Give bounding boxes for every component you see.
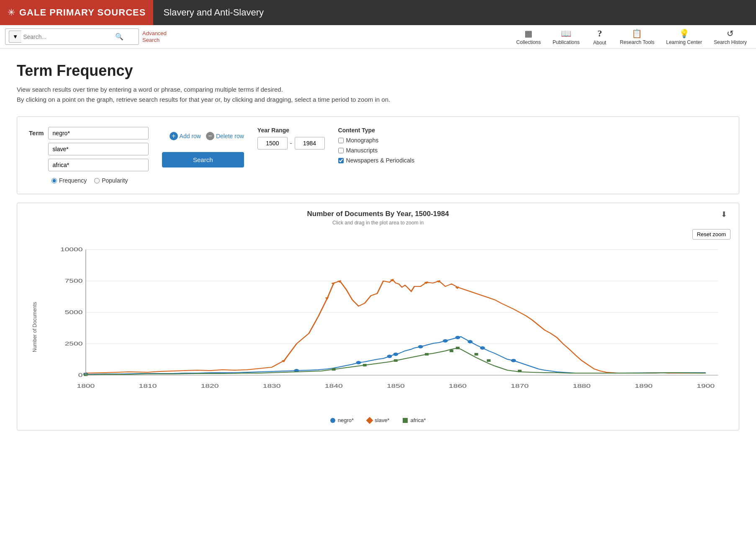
page-desc-1: View search results over time by enterin… [17,85,739,95]
page-title: Term Frequency [17,62,739,80]
svg-point-34 [393,353,398,356]
monographs-checkbox-label[interactable]: Monographs [338,137,414,144]
chart-area[interactable]: 10000 7500 5000 2500 0 1800 1810 1820 18… [49,241,730,400]
search-bar[interactable]: ▼ 🔍 [5,28,139,45]
year-from-input[interactable] [257,137,288,149]
nav-collections-label: Collections [516,39,541,45]
frequency-radio-label[interactable]: Frequency [51,177,87,184]
svg-point-38 [468,340,473,343]
legend-africa: africa* [403,417,426,423]
search-history-icon: ↺ [727,28,734,39]
legend-slave: slave* [367,417,389,423]
advanced-search-label-line2: Search [142,37,167,44]
delete-row-label: Delete row [216,133,244,139]
svg-rect-50 [518,370,522,372]
chart-toolbar: Reset zoom [26,229,730,240]
row-actions: + Add row − Delete row [170,129,244,140]
collection-title: Slavery and Anti-Slavery [163,7,264,18]
legend-africa-label: africa* [410,417,426,423]
row-actions-section: + Add row − Delete row Search [162,127,244,168]
svg-text:1800: 1800 [77,383,95,389]
year-range-section: Year Range - [257,127,325,149]
search-panel: Term Frequency Popularity [17,116,739,194]
search-icon[interactable]: 🔍 [115,33,123,41]
chart-subtitle: Click and drag in the plot area to zoom … [26,220,730,226]
delete-row-button[interactable]: − Delete row [206,132,244,140]
chart-svg: 10000 7500 5000 2500 0 1800 1810 1820 18… [49,241,730,400]
svg-text:1810: 1810 [139,383,157,389]
nav-research-tools-label: Research Tools [620,39,655,45]
term-label: Term [29,127,44,137]
add-row-button[interactable]: + Add row [170,132,201,140]
term-input-3[interactable] [48,159,149,171]
svg-text:1870: 1870 [511,383,529,389]
year-range-inputs: - [257,137,325,149]
legend-africa-square [403,418,408,423]
brand-section: ✳ GALE PRIMARY SOURCES [0,0,153,25]
popularity-radio-label[interactable]: Popularity [94,177,128,184]
radio-row: Frequency Popularity [51,177,149,184]
chart-panel: Number of Documents By Year, 1500-1984 C… [17,203,739,430]
reset-zoom-button[interactable]: Reset zoom [692,229,730,240]
add-row-label: Add row [180,133,201,139]
svg-text:1860: 1860 [449,383,467,389]
svg-point-35 [418,345,423,348]
term-section: Term Frequency Popularity [29,127,149,184]
svg-text:1900: 1900 [697,383,715,389]
advanced-search-link[interactable]: Advanced Search [142,30,167,43]
chart-legend: negro* slave* africa* [26,417,730,423]
newspapers-checkbox-label[interactable]: Newspapers & Periodicals [338,157,414,164]
manuscripts-checkbox-label[interactable]: Manuscripts [338,147,414,154]
manuscripts-checkbox[interactable] [338,148,344,153]
search-dropdown-btn[interactable]: ▼ [9,31,21,43]
newspapers-checkbox[interactable] [338,158,344,163]
newspapers-label: Newspapers & Periodicals [346,157,414,164]
delete-icon: − [206,132,214,140]
svg-rect-49 [487,359,491,362]
svg-point-32 [356,361,361,364]
nav-publications[interactable]: 📖 Publications [548,26,584,48]
popularity-label: Popularity [102,177,128,184]
year-to-input[interactable] [295,137,325,149]
y-axis-label: Number of Documents [32,302,38,352]
download-chart-button[interactable]: ⬇ [721,210,727,219]
term-input-1[interactable] [48,127,149,139]
term-inputs [48,127,149,171]
legend-slave-label: slave* [375,417,389,423]
collections-icon: ▦ [525,28,532,39]
page-desc-2: By clicking on a point on the graph, ret… [17,95,739,105]
nav-learning-center[interactable]: 💡 Learning Center [662,26,706,48]
collection-title-section: Slavery and Anti-Slavery [153,0,756,25]
legend-negro: negro* [330,417,354,423]
manuscripts-label: Manuscripts [346,147,378,154]
nav-search-history[interactable]: ↺ Search History [710,26,751,48]
search-input[interactable] [23,34,115,40]
svg-point-36 [443,339,448,343]
monographs-label: Monographs [346,137,379,144]
content-type-label: Content Type [338,127,414,134]
about-icon: ? [597,28,602,39]
frequency-radio[interactable] [51,178,57,183]
svg-text:1840: 1840 [325,383,343,389]
svg-rect-47 [456,347,460,349]
search-button[interactable]: Search [162,152,244,168]
learning-center-icon: 💡 [679,28,689,39]
svg-text:1880: 1880 [573,383,591,389]
nav-research-tools[interactable]: 📋 Research Tools [616,26,659,48]
svg-text:1850: 1850 [387,383,405,389]
nav-about[interactable]: ? About [587,26,612,48]
monographs-checkbox[interactable] [338,138,344,143]
svg-marker-24 [331,281,337,285]
year-range-separator: - [290,140,292,147]
svg-point-33 [387,355,392,358]
popularity-radio[interactable] [94,178,100,183]
svg-text:1890: 1890 [635,383,653,389]
frequency-label: Frequency [59,177,87,184]
term-input-2[interactable] [48,143,149,155]
nav-collections[interactable]: ▦ Collections [512,26,545,48]
nav-learning-center-label: Learning Center [666,39,702,45]
nav-about-label: About [593,40,606,46]
nav-search-history-label: Search History [714,39,747,45]
svg-rect-45 [425,353,429,356]
publications-icon: 📖 [561,28,571,39]
